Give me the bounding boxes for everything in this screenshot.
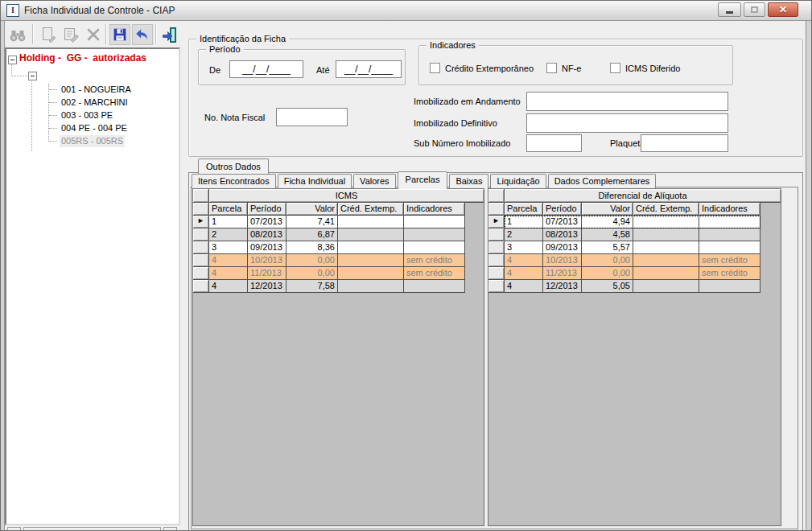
table-row[interactable]: 411/20130,00sem crédito <box>193 267 484 280</box>
column-header[interactable]: Valor <box>286 203 338 216</box>
column-header[interactable]: Período <box>248 203 286 216</box>
table-cell[interactable]: 0,00 <box>286 267 338 280</box>
tree-expander-icon[interactable] <box>28 72 37 80</box>
checkbox-icms-diferido[interactable] <box>610 63 620 73</box>
tab-itens-encontrados[interactable]: Itens Encontrados <box>192 174 276 188</box>
close-button[interactable]: ✕ <box>768 2 798 17</box>
table-row[interactable]: ►107/20134,94 <box>488 216 781 228</box>
table-cell[interactable]: sem crédito <box>404 254 465 267</box>
table-cell[interactable]: 6,87 <box>286 228 338 241</box>
column-header[interactable]: Créd. Extemp. <box>633 203 699 216</box>
table-cell[interactable]: sem crédito <box>404 267 465 280</box>
tree-expander-icon[interactable] <box>8 56 17 64</box>
table-cell[interactable]: 12/2013 <box>248 280 286 293</box>
table-cell[interactable] <box>633 228 699 241</box>
row-selector[interactable] <box>193 267 209 280</box>
table-cell[interactable] <box>338 280 404 293</box>
table-cell[interactable]: 5,57 <box>582 241 633 254</box>
table-row[interactable]: 412/20135,05 <box>488 280 781 293</box>
table-cell[interactable]: 2 <box>505 228 543 241</box>
row-selector[interactable] <box>488 241 505 254</box>
table-cell[interactable] <box>404 228 465 241</box>
table-cell[interactable]: 2 <box>209 228 248 241</box>
tree-item[interactable]: 004 PE - 004 PE <box>60 122 129 134</box>
save-button[interactable] <box>109 24 130 45</box>
table-cell[interactable]: 07/2013 <box>543 216 582 228</box>
table-cell[interactable]: 11/2013 <box>543 267 582 280</box>
table-cell[interactable] <box>633 216 699 228</box>
scroll-left-arrow-icon[interactable]: ◂ <box>7 527 21 531</box>
tab-liquidacao[interactable]: Liquidação <box>490 174 546 188</box>
maximize-button[interactable] <box>744 2 765 17</box>
table-cell[interactable] <box>338 241 404 254</box>
table-row[interactable]: 410/20130,00sem crédito <box>193 254 484 267</box>
table-cell[interactable] <box>633 267 699 280</box>
column-header[interactable]: Indicadores <box>699 203 760 216</box>
table-cell[interactable] <box>338 228 404 241</box>
table-row[interactable]: 309/20138,36 <box>193 241 484 254</box>
table-cell[interactable]: 1 <box>505 216 543 228</box>
checkbox-icms-diferido-label[interactable]: ICMS Diferido <box>625 64 680 73</box>
table-cell[interactable] <box>338 216 404 228</box>
table-cell[interactable]: 10/2013 <box>543 254 582 267</box>
table-cell[interactable]: 3 <box>209 241 248 254</box>
table-row[interactable]: 411/20130,00sem crédito <box>488 267 781 280</box>
column-header[interactable]: Indicadores <box>404 203 465 216</box>
table-cell[interactable]: 5,05 <box>582 280 633 293</box>
checkbox-credito-extemporaneo-label[interactable]: Crédito Extemporâneo <box>445 64 534 73</box>
table-row[interactable]: 412/20137,58 <box>193 280 484 293</box>
table-cell[interactable]: 4 <box>209 267 248 280</box>
row-selector[interactable]: ► <box>193 216 209 228</box>
new-button[interactable] <box>38 24 59 45</box>
sub-numero-input[interactable] <box>526 134 582 152</box>
tree-horizontal-scrollbar[interactable]: ◂ ▸ <box>7 527 177 531</box>
column-header[interactable]: Parcela <box>209 203 248 216</box>
tree-item[interactable]: 003 - 003 PE <box>60 109 114 121</box>
table-row[interactable]: 410/20130,00sem crédito <box>488 254 781 267</box>
table-cell[interactable]: sem crédito <box>699 267 760 280</box>
table-cell[interactable]: 7,41 <box>286 216 338 228</box>
row-selector[interactable] <box>193 254 209 267</box>
table-cell[interactable] <box>633 241 699 254</box>
scrollbar-track[interactable] <box>21 527 163 531</box>
tab-valores[interactable]: Valores <box>353 174 395 188</box>
tab-parcelas[interactable]: Parcelas <box>398 171 448 189</box>
table-cell[interactable] <box>633 254 699 267</box>
table-row[interactable]: 208/20134,58 <box>488 228 781 241</box>
table-cell[interactable]: 4,94 <box>582 216 633 228</box>
row-selector[interactable] <box>193 241 209 254</box>
tab-baixas[interactable]: Baixas <box>449 174 488 188</box>
tree-item[interactable]: 005RS - 005RS <box>60 135 125 147</box>
table-cell[interactable] <box>699 216 760 228</box>
table-cell[interactable] <box>404 216 465 228</box>
imobilizado-definitivo-input[interactable] <box>526 113 728 133</box>
table-cell[interactable]: 4,58 <box>582 228 633 241</box>
row-selector[interactable] <box>488 267 505 280</box>
row-selector[interactable] <box>193 228 209 241</box>
table-cell[interactable] <box>699 241 760 254</box>
row-selector[interactable] <box>193 280 209 293</box>
tab-dados-complementares[interactable]: Dados Complementares <box>548 174 657 188</box>
table-cell[interactable] <box>338 254 404 267</box>
table-cell[interactable]: 7,58 <box>286 280 338 293</box>
table-cell[interactable] <box>404 241 465 254</box>
table-cell[interactable]: 11/2013 <box>248 267 286 280</box>
table-cell[interactable] <box>404 280 465 293</box>
table-cell[interactable]: 4 <box>505 254 543 267</box>
minimize-button[interactable] <box>718 2 741 17</box>
table-cell[interactable] <box>699 280 760 293</box>
undo-button[interactable] <box>132 24 153 45</box>
scroll-right-arrow-icon[interactable]: ▸ <box>163 527 177 531</box>
column-header[interactable]: Créd. Extemp. <box>338 203 404 216</box>
table-cell[interactable]: 4 <box>505 280 543 293</box>
nota-fiscal-input[interactable] <box>276 108 348 126</box>
table-cell[interactable] <box>633 280 699 293</box>
imobilizado-andamento-input[interactable] <box>526 92 728 111</box>
table-cell[interactable]: 4 <box>209 254 248 267</box>
table-cell[interactable]: 10/2013 <box>248 254 286 267</box>
table-row[interactable]: ►107/20137,41 <box>193 216 484 228</box>
table-cell[interactable]: 07/2013 <box>248 216 286 228</box>
table-cell[interactable]: 08/2013 <box>543 228 582 241</box>
table-cell[interactable]: 0,00 <box>286 254 338 267</box>
checkbox-nfe-label[interactable]: NF-e <box>562 64 581 73</box>
